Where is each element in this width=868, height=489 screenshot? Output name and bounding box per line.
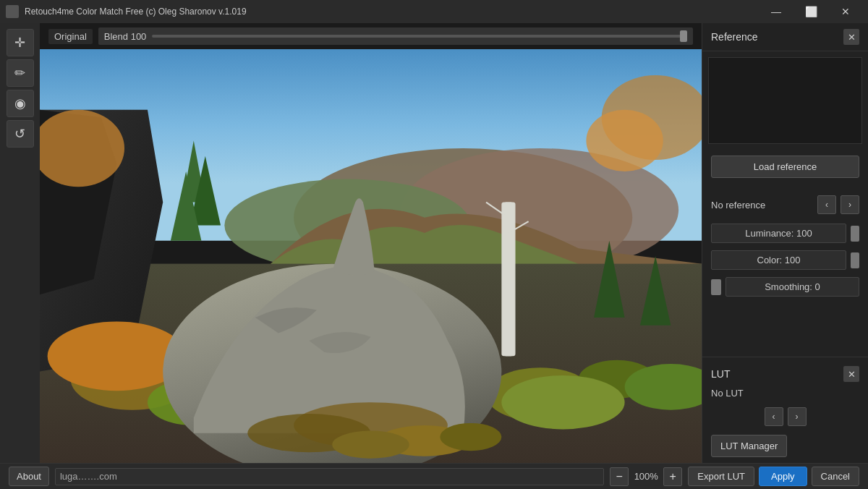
close-button[interactable]: ✕ [829,0,862,23]
color-slider-handle[interactable] [851,252,859,268]
color-row: Color: 100 [702,247,868,273]
move-tool-button[interactable]: ✛ [7,29,34,56]
minimize-button[interactable]: — [760,0,793,23]
canvas-image [40,49,702,463]
reference-header: Reference ✕ [702,23,868,51]
svg-point-14 [501,375,624,429]
no-reference-label: No reference [711,200,813,211]
smoothing-slider-handle[interactable] [711,279,721,295]
export-lut-button[interactable]: Export LUT [688,467,754,486]
lut-title: LUT [711,368,730,380]
svg-point-30 [332,431,409,459]
no-lut-label: No LUT [702,385,868,401]
reference-prev-button[interactable]: ‹ [817,195,836,214]
window-title: Retouch4me Color Match Free (c) Oleg Sha… [25,7,760,17]
svg-point-18 [586,110,663,171]
blend-thumb[interactable] [680,30,687,42]
luminance-slider-handle[interactable] [851,226,859,242]
app-icon [6,5,19,18]
lut-manager-button[interactable]: LUT Manager [711,435,787,457]
photo-svg [40,49,702,463]
reference-next-button[interactable]: › [841,195,859,214]
blend-slider-container[interactable]: Blend 100 [98,27,693,45]
lut-close-button[interactable]: ✕ [843,366,859,382]
canvas-header: Original Blend 100 [40,23,702,49]
smoothing-row: Smoothing: 0 [702,273,868,300]
svg-rect-21 [501,203,515,357]
right-panel: Reference ✕ Load reference No reference … [702,23,868,463]
reference-section: Reference ✕ Load reference No reference … [702,23,868,357]
reference-title: Reference [711,31,758,43]
maximize-button[interactable]: ⬜ [794,0,827,23]
right-bottom-controls: Export LUT Apply Cancel [688,467,859,486]
lut-header: LUT ✕ [702,363,868,385]
apply-button[interactable]: Apply [759,467,807,486]
zoom-out-button[interactable]: − [610,467,629,486]
titlebar: Retouch4me Color Match Free (c) Oleg Sha… [0,0,868,23]
luminance-label: Luminance: 100 [711,224,846,243]
lut-section: LUT ✕ No LUT ‹ › LUT Manager [702,357,868,463]
bottom-bar: About − 100% + Export LUT Apply Cancel [0,463,868,489]
load-reference-button[interactable]: Load reference [711,156,859,178]
luminance-row: Luminance: 100 [702,220,868,247]
lut-nav: ‹ › [702,401,868,432]
svg-point-29 [440,423,501,451]
rotate-tool-button[interactable]: ↺ [7,120,34,148]
reference-preview [708,57,862,144]
blend-slider[interactable] [152,35,687,38]
lut-prev-button[interactable]: ‹ [765,407,783,426]
cancel-button[interactable]: Cancel [812,467,859,486]
main-area: ✛ ✏ ◉ ↺ Original Blend 100 [0,23,868,463]
about-button[interactable]: About [9,467,49,486]
canvas-area: Original Blend 100 [40,23,702,463]
left-toolbar: ✛ ✏ ◉ ↺ [0,23,40,463]
window-controls: — ⬜ ✕ [760,0,862,23]
filename-input[interactable] [55,468,604,485]
eraser-tool-button[interactable]: ◉ [7,90,34,117]
eyedropper-tool-button[interactable]: ✏ [7,59,34,87]
blend-label: Blend 100 [104,31,147,42]
smoothing-label: Smoothing: 0 [726,277,859,297]
color-label: Color: 100 [711,250,846,270]
reference-nav: No reference ‹ › [702,190,868,220]
lut-next-button[interactable]: › [788,407,807,426]
zoom-controls: − 100% + [610,467,682,486]
zoom-level: 100% [631,471,660,482]
reference-close-button[interactable]: ✕ [843,29,859,45]
original-label: Original [48,29,93,44]
zoom-in-button[interactable]: + [663,467,682,486]
